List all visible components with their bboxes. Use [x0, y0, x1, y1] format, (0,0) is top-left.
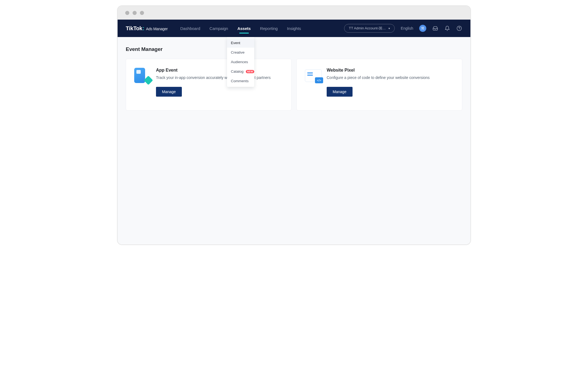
window-dot	[133, 11, 137, 15]
window-dot	[125, 11, 129, 15]
bell-icon[interactable]	[444, 25, 450, 31]
svg-point-0	[457, 26, 462, 31]
dropdown-item-label: Event	[231, 41, 240, 45]
dropdown-item-comments[interactable]: Comments	[227, 76, 254, 86]
card-body: App Event Track your in-app conversion a…	[156, 68, 283, 97]
manage-button[interactable]: Manage	[156, 87, 182, 97]
main-nav: Dashboard Campaign Assets Reporting Insi…	[180, 24, 301, 32]
nav-campaign[interactable]: Campaign	[210, 24, 228, 32]
dropdown-item-label: Comments	[231, 79, 249, 83]
dropdown-item-label: Creative	[231, 50, 244, 54]
new-badge: NEW	[246, 70, 255, 73]
account-label: TT Admin Account-国…	[349, 26, 386, 31]
logo-colon: :	[143, 25, 144, 32]
manage-button[interactable]: Manage	[327, 87, 353, 97]
dropdown-item-catalog[interactable]: Catalog NEW	[227, 67, 254, 76]
nav-assets[interactable]: Assets	[237, 24, 251, 32]
logo-product: Ads Manager	[146, 27, 168, 31]
card-desc: Track your in-app conversion accurately …	[156, 75, 283, 81]
card-website-pixel: </> Website Pixel Configure a piece of c…	[296, 59, 462, 111]
dropdown-item-event[interactable]: Event	[227, 38, 254, 48]
logo[interactable]: TikTok: Ads Manager	[126, 25, 168, 32]
content-area: Event Creative Audiences Catalog NEW Com…	[118, 37, 470, 244]
assets-dropdown: Event Creative Audiences Catalog NEW Com…	[227, 37, 254, 87]
chevron-down-icon: ▾	[388, 27, 390, 30]
website-pixel-icon: </>	[305, 68, 320, 82]
browser-frame: TikTok: Ads Manager Dashboard Campaign A…	[117, 5, 471, 245]
card-title: App Event	[156, 68, 283, 73]
browser-titlebar	[118, 6, 470, 20]
page-title: Event Manager	[126, 46, 462, 52]
account-selector[interactable]: TT Admin Account-国… ▾	[344, 24, 395, 33]
card-desc: Configure a piece of code to define your…	[327, 75, 454, 81]
app-event-icon	[134, 68, 149, 82]
dropdown-item-label: Audiences	[231, 60, 248, 64]
nav-insights[interactable]: Insights	[287, 24, 301, 32]
app-header: TikTok: Ads Manager Dashboard Campaign A…	[118, 20, 470, 37]
dropdown-item-creative[interactable]: Creative	[227, 48, 254, 57]
language-selector[interactable]: English	[401, 26, 413, 30]
card-app-event: App Event Track your in-app conversion a…	[126, 59, 292, 111]
cards-row: App Event Track your in-app conversion a…	[126, 59, 462, 111]
card-title: Website Pixel	[327, 68, 454, 73]
nav-reporting[interactable]: Reporting	[260, 24, 278, 32]
window-dot	[140, 11, 144, 15]
help-icon[interactable]	[456, 25, 462, 31]
logo-brand: TikTok	[126, 25, 142, 32]
header-right: TT Admin Account-国… ▾ English 简	[344, 24, 462, 33]
dropdown-item-audiences[interactable]: Audiences	[227, 57, 254, 67]
inbox-icon[interactable]	[432, 25, 438, 31]
card-body: Website Pixel Configure a piece of code …	[327, 68, 454, 97]
nav-dashboard[interactable]: Dashboard	[180, 24, 200, 32]
dropdown-item-label: Catalog	[231, 69, 244, 74]
avatar[interactable]: 简	[419, 25, 426, 32]
